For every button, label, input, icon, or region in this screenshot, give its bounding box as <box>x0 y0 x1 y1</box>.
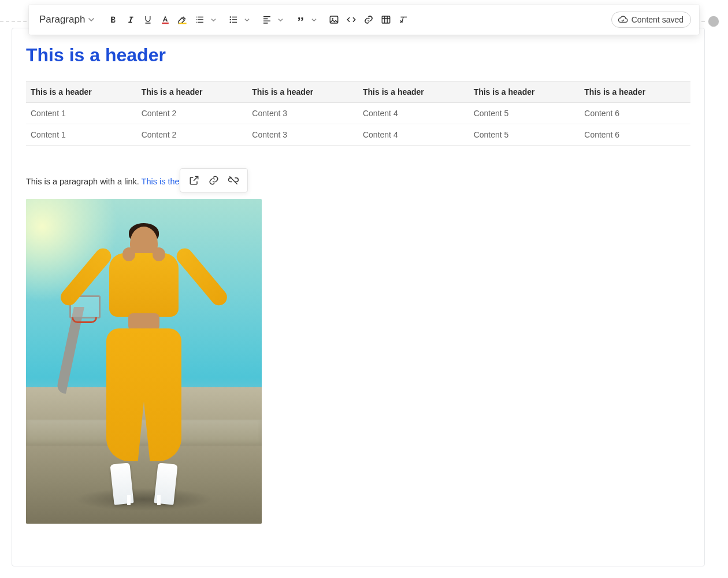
paragraph[interactable]: This is a paragraph with a link. This is… <box>26 177 690 186</box>
ordered-list-dropdown[interactable] <box>209 11 218 28</box>
svg-point-4 <box>230 21 231 23</box>
embedded-image[interactable] <box>26 199 262 524</box>
link-button[interactable] <box>360 11 377 28</box>
table-cell[interactable]: Content 3 <box>247 103 358 124</box>
svg-point-3 <box>230 19 231 20</box>
blockquote-dropdown[interactable] <box>309 11 318 28</box>
save-status-label: Content saved <box>632 15 684 24</box>
add-section-button[interactable] <box>707 15 720 28</box>
image-button[interactable] <box>325 11 343 28</box>
caret-down-icon <box>88 17 94 23</box>
table-header-cell[interactable]: This is a header <box>247 81 358 103</box>
highlight-color-button[interactable] <box>174 11 191 28</box>
table-cell[interactable]: Content 5 <box>469 124 580 146</box>
unordered-list-button[interactable] <box>225 11 242 28</box>
table-cell[interactable]: Content 3 <box>247 124 358 146</box>
table-header-cell[interactable]: This is a header <box>137 81 248 103</box>
table-cell[interactable]: Content 6 <box>580 124 690 146</box>
edit-link-button[interactable] <box>207 173 221 187</box>
table-cell[interactable]: Content 4 <box>358 124 469 146</box>
unlink-button[interactable] <box>226 173 240 187</box>
svg-rect-5 <box>330 16 339 23</box>
content-table[interactable]: This is a header This is a header This i… <box>26 81 690 146</box>
table-cell[interactable]: Content 2 <box>137 103 248 124</box>
table-cell[interactable]: Content 6 <box>580 103 690 124</box>
svg-rect-7 <box>382 16 391 23</box>
clear-format-button[interactable] <box>395 11 412 28</box>
align-button[interactable] <box>258 11 276 28</box>
table-cell[interactable]: Content 2 <box>137 124 248 146</box>
table-cell[interactable]: Content 4 <box>358 103 469 124</box>
editor-toolbar: Paragraph <box>29 5 699 35</box>
table-cell[interactable]: Content 1 <box>26 103 137 124</box>
underline-button[interactable] <box>139 11 157 28</box>
paragraph-text: This is a paragraph with a link. <box>26 177 142 186</box>
table-row[interactable]: Content 1 Content 2 Content 3 Content 4 … <box>26 103 690 124</box>
svg-point-6 <box>332 18 334 20</box>
svg-rect-0 <box>162 23 169 24</box>
bold-button[interactable] <box>105 11 122 28</box>
text-color-button[interactable] <box>157 11 174 28</box>
code-button[interactable] <box>343 11 360 28</box>
block-type-select[interactable]: Paragraph <box>39 14 94 25</box>
ordered-list-button[interactable] <box>191 11 209 28</box>
blockquote-button[interactable] <box>292 11 309 28</box>
table-row[interactable]: Content 1 Content 2 Content 3 Content 4 … <box>26 124 690 146</box>
align-dropdown[interactable] <box>276 11 285 28</box>
table-header-row[interactable]: This is a header This is a header This i… <box>26 81 690 103</box>
table-header-cell[interactable]: This is a header <box>580 81 690 103</box>
table-header-cell[interactable]: This is a header <box>26 81 137 103</box>
table-header-cell[interactable]: This is a header <box>469 81 580 103</box>
svg-point-2 <box>230 16 231 17</box>
table-button[interactable] <box>377 11 395 28</box>
table-header-cell[interactable]: This is a header <box>358 81 469 103</box>
svg-rect-1 <box>179 23 187 24</box>
italic-button[interactable] <box>122 11 139 28</box>
save-status-badge: Content saved <box>611 12 691 28</box>
table-cell[interactable]: Content 5 <box>469 103 580 124</box>
document-heading[interactable]: This is a header <box>26 45 690 66</box>
table-cell[interactable]: Content 1 <box>26 124 137 146</box>
editor-content-area[interactable]: This is a header This is a header This i… <box>12 28 705 566</box>
block-type-label: Paragraph <box>39 14 85 25</box>
unordered-list-dropdown[interactable] <box>242 11 251 28</box>
open-link-button[interactable] <box>187 173 201 187</box>
cloud-check-icon <box>618 14 628 25</box>
link-context-popover <box>180 168 248 192</box>
